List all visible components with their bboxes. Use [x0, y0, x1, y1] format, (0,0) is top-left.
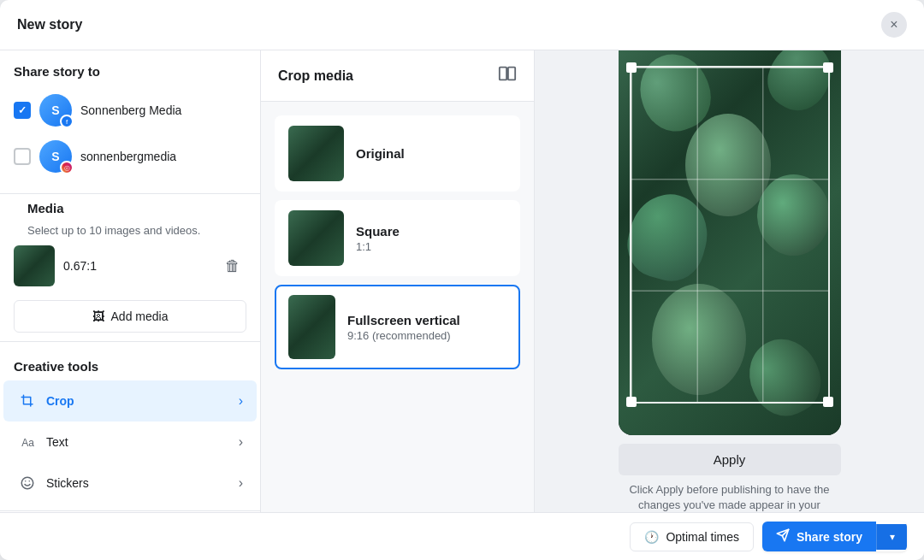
modal-footer: 🕐 Optimal times Share story ▾: [0, 512, 924, 560]
divider-3: [0, 510, 260, 511]
media-subtitle: Select up to 10 images and videos.: [14, 224, 246, 237]
optimal-times-label: Optimal times: [666, 530, 739, 544]
modal-title: New story: [17, 17, 82, 32]
corner-handle-tl[interactable]: [626, 62, 637, 73]
facebook-badge-icon: f: [60, 115, 74, 128]
svg-point-1: [21, 477, 33, 489]
share-arrow-icon: [776, 528, 790, 545]
crop-media-title: Crop media: [278, 68, 353, 84]
crop-options-list: Original Square 1:1 Fullscreen vertical: [261, 102, 534, 512]
clock-icon: 🕐: [644, 530, 659, 544]
crop-option-fullscreen-name: Fullscreen vertical: [347, 313, 460, 327]
crop-icon: [17, 391, 38, 411]
account-name-sonnenberg: Sonnenberg Media: [80, 103, 181, 117]
delete-media-button[interactable]: 🗑: [219, 252, 246, 280]
crop-option-square-info: Square 1:1: [356, 224, 400, 253]
crop-thumb-square: [288, 210, 344, 266]
media-ratio: 0.67:1: [63, 259, 210, 273]
account-avatar-sonnenbergmedia: S ◎: [39, 140, 72, 173]
preview-container: Apply Click Apply before publishing to h…: [619, 50, 841, 512]
trash-icon: 🗑: [225, 257, 240, 275]
checkmark-icon: ✓: [18, 104, 27, 116]
account-name-sonnenbergmedia: sonnenbergmedia: [80, 150, 176, 163]
text-icon: Aa: [17, 432, 38, 452]
share-story-button-group: Share story ▾: [762, 522, 907, 551]
crop-option-original[interactable]: Original: [275, 115, 520, 192]
account-list: ✓ S f Sonnenberg Media S ◎ sonnenbergmed…: [0, 87, 260, 180]
media-title: Media: [14, 201, 246, 215]
preview-image: [619, 50, 841, 435]
instagram-badge-icon: ◎: [60, 161, 74, 174]
compare-icon[interactable]: [498, 64, 517, 87]
middle-panel: Crop media Original: [261, 50, 535, 512]
crop-option-original-name: Original: [356, 146, 405, 161]
media-thumb-image: [14, 245, 55, 286]
close-icon: ×: [890, 17, 897, 32]
account-item-sonnenbergmedia[interactable]: S ◎ sonnenbergmedia: [14, 133, 246, 180]
corner-handle-bl[interactable]: [626, 397, 637, 407]
media-thumbnail: [14, 245, 55, 286]
new-story-modal: New story × Share story to ✓ S f Sonnenb…: [0, 0, 924, 560]
divider-2: [0, 341, 260, 342]
media-item: 0.67:1 🗑: [14, 245, 246, 286]
stickers-label: Stickers: [46, 476, 230, 490]
crop-thumb-original: [288, 126, 344, 181]
crop-chevron-icon: ›: [239, 393, 243, 409]
sticker-icon: [17, 473, 38, 493]
add-media-icon: 🖼: [92, 309, 104, 323]
add-media-button[interactable]: 🖼 Add media: [14, 300, 246, 333]
modal-header: New story ×: [0, 0, 924, 50]
creative-tools-title: Creative tools: [0, 349, 260, 380]
crop-header: Crop media: [261, 50, 534, 102]
optimal-times-button[interactable]: 🕐 Optimal times: [630, 522, 754, 551]
stickers-tool-item[interactable]: Stickers ›: [3, 463, 257, 504]
account-item-sonnenberg-media[interactable]: ✓ S f Sonnenberg Media: [14, 87, 246, 133]
apply-button[interactable]: Apply: [619, 444, 841, 475]
crop-option-fullscreen-info: Fullscreen vertical 9:16 (recommended): [347, 313, 460, 342]
share-story-to-title: Share story to: [0, 64, 260, 79]
close-button[interactable]: ×: [881, 12, 907, 38]
apply-section: Apply Click Apply before publishing to h…: [619, 444, 841, 512]
share-story-main-button[interactable]: Share story: [762, 522, 876, 551]
corner-handle-br[interactable]: [823, 397, 833, 407]
apply-hint-text: Click Apply before publishing to have th…: [619, 482, 841, 512]
left-panel: Share story to ✓ S f Sonnenberg Media S: [0, 50, 261, 512]
crop-option-square[interactable]: Square 1:1: [275, 200, 520, 276]
account-avatar-sonnenberg: S f: [39, 94, 72, 127]
crop-label: Crop: [46, 394, 230, 408]
dropdown-arrow-icon: ▾: [890, 531, 895, 543]
modal-body: Share story to ✓ S f Sonnenberg Media S: [0, 50, 924, 512]
crop-option-square-name: Square: [356, 224, 400, 239]
svg-text:Aa: Aa: [21, 437, 34, 449]
crop-option-original-info: Original: [356, 146, 405, 161]
creative-tools-section: Creative tools Crop ›: [0, 349, 260, 504]
text-label: Text: [46, 435, 230, 449]
svg-rect-5: [508, 68, 515, 80]
crop-option-square-ratio: 1:1: [356, 240, 400, 253]
add-media-label: Add media: [111, 309, 169, 323]
share-story-label: Share story: [797, 530, 862, 544]
account-checkbox-sonnenbergmedia[interactable]: [14, 148, 31, 165]
phone-frame: [619, 50, 841, 435]
crop-option-fullscreen-ratio: 9:16 (recommended): [347, 329, 460, 342]
media-section: Media Select up to 10 images and videos.…: [0, 201, 260, 286]
divider-1: [0, 193, 260, 194]
text-tool-item[interactable]: Aa Text ›: [3, 421, 257, 463]
crop-thumb-fullscreen: [288, 295, 335, 359]
text-chevron-icon: ›: [239, 434, 243, 450]
share-story-dropdown-button[interactable]: ▾: [876, 524, 907, 550]
svg-rect-4: [500, 68, 506, 80]
crop-option-fullscreen[interactable]: Fullscreen vertical 9:16 (recommended): [275, 285, 520, 369]
account-checkbox-sonnenberg[interactable]: ✓: [14, 102, 31, 119]
crop-tool-item[interactable]: Crop ›: [3, 380, 257, 421]
stickers-chevron-icon: ›: [239, 475, 243, 491]
right-panel: Apply Click Apply before publishing to h…: [535, 50, 924, 512]
